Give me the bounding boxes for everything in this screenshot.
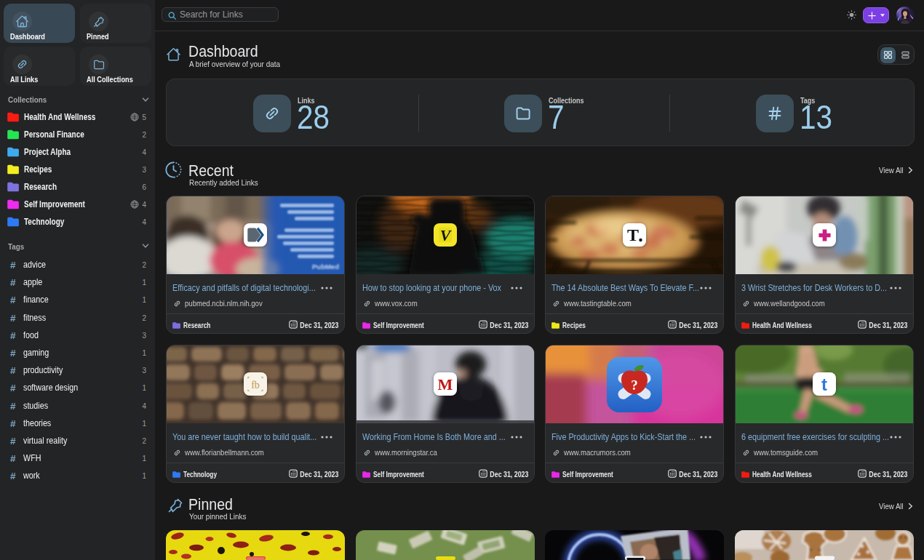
svg-text:V: V: [440, 226, 453, 244]
svg-text:fb: fb: [251, 380, 260, 391]
svg-text:M: M: [438, 375, 453, 393]
svg-text:?: ?: [631, 377, 638, 393]
svg-text:PubMed: PubMed: [312, 263, 339, 271]
svg-text:T: T: [627, 225, 639, 244]
svg-text:t: t: [821, 375, 827, 394]
